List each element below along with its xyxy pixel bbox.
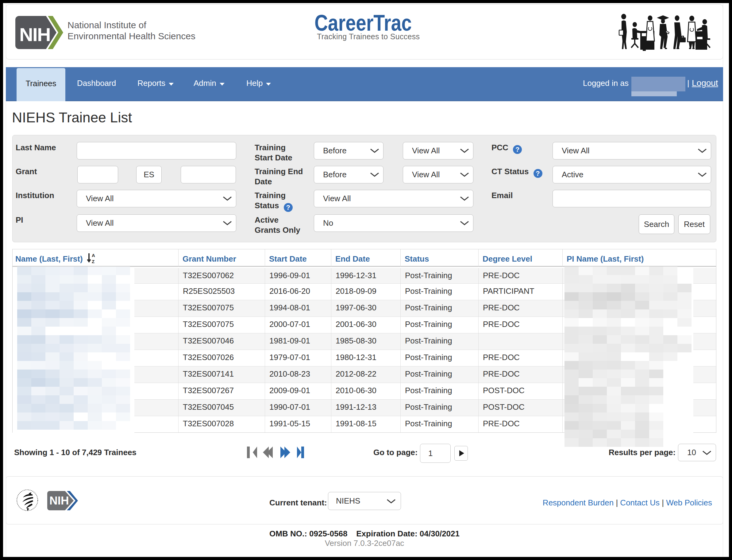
svg-text:NIH: NIH [19, 24, 50, 45]
svg-text:A: A [92, 253, 95, 258]
svg-text:Z: Z [92, 259, 94, 264]
svg-text:NIH: NIH [49, 494, 69, 507]
